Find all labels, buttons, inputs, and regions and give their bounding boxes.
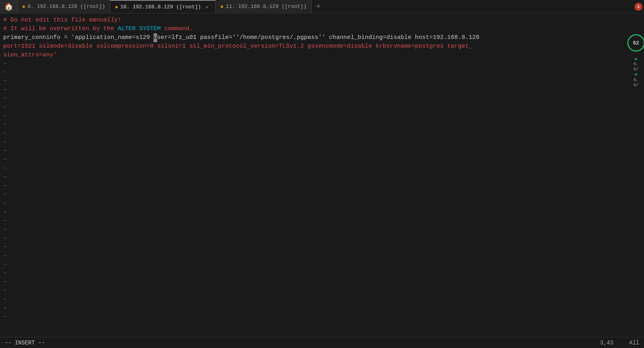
line-text-3b: ser=lfz_u01 passfile=''/home/postgres/.p… — [157, 33, 479, 42]
editor-area[interactable]: # Do not edit this file manually! # It w… — [0, 14, 644, 337]
network-down-value: 0. — [634, 78, 638, 82]
tilde-line-14: ~ — [0, 130, 644, 138]
tilde-line-10: ~ — [0, 95, 644, 103]
network-up-arrow: ▲ — [635, 56, 638, 61]
tilde-line-6: ~ — [0, 60, 644, 68]
network-up-value: 0. — [634, 62, 638, 66]
tab-icon-1: ◆ — [22, 4, 25, 10]
tilde-line-11: ~ — [0, 103, 644, 112]
tilde-line-25: ~ — [0, 226, 644, 234]
tab-icon-3: ◆ — [220, 4, 223, 10]
tab-close-button[interactable]: ✕ — [203, 4, 210, 11]
tilde-line-29: ~ — [0, 261, 644, 269]
cursor: u — [154, 33, 157, 42]
tilde-line-28: ~ — [0, 252, 644, 261]
tab-icon-2: ◆ — [115, 4, 118, 10]
line-text-2: # It will be overwritten by the ALTER SY… — [3, 25, 193, 33]
tilde-line-19: ~ — [0, 173, 644, 182]
tab-bar-widgets: 1 — [634, 0, 644, 14]
add-tab-button[interactable]: + — [311, 0, 325, 13]
tilde-line-24: ~ — [0, 217, 644, 226]
tilde-line-31: ~ — [0, 278, 644, 287]
notification-badge: 1 — [634, 3, 642, 11]
tilde-line-30: ~ — [0, 269, 644, 278]
right-panel: 62 ▲ 0. K/ ▼ 0. K/ — [628, 27, 644, 337]
editor-line-1: # Do not edit this file manually! — [0, 16, 644, 25]
tilde-line-23: ~ — [0, 208, 644, 217]
tab-label-2: 10. 192.168.8.129 ([root]) — [121, 4, 201, 10]
tilde-line-8: ~ — [0, 77, 644, 86]
plus-icon: + — [316, 3, 321, 11]
tilde-line-16: ~ — [0, 147, 644, 156]
tilde-line-27: ~ — [0, 243, 644, 252]
line-text-4: port=1521 sslmode=disable sslcompression… — [3, 42, 472, 51]
editor-line-2: # It will be overwritten by the ALTER SY… — [0, 25, 644, 33]
tab-bar: 🏠 ◆ 8. 192.168.8.128 ([root]) ◆ 10. 192.… — [0, 0, 644, 14]
editor-line-5: sion_attrs=any' — [0, 51, 644, 60]
tilde-line-7: ~ — [0, 68, 644, 77]
tilde-line-17: ~ — [0, 156, 644, 164]
network-down-arrow: ▼ — [635, 72, 638, 77]
tab-label-3: 11. 192.168.8.129 ([root]) — [226, 4, 307, 10]
status-right: 3,43 All — [600, 340, 639, 346]
line-text-5: sion_attrs=any' — [3, 51, 57, 60]
tab-session-8[interactable]: ◆ 8. 192.168.8.128 ([root]) — [18, 0, 110, 13]
tilde-line-12: ~ — [0, 112, 644, 121]
cpu-badge: 62 — [627, 34, 644, 52]
home-tab[interactable]: 🏠 — [0, 0, 18, 13]
tilde-line-34: ~ — [0, 304, 644, 313]
tab-session-10[interactable]: ◆ 10. 192.168.8.129 ([root]) ✕ — [110, 0, 216, 13]
tilde-line-22: ~ — [0, 199, 644, 208]
cursor-position: 3,43 — [600, 340, 613, 346]
tilde-line-18: ~ — [0, 164, 644, 173]
editor-line-4: port=1521 sslmode=disable sslcompression… — [0, 42, 644, 51]
home-icon: 🏠 — [4, 2, 13, 11]
tilde-line-35: ~ — [0, 313, 644, 322]
network-up-unit: K/ — [634, 67, 638, 72]
tilde-line-9: ~ — [0, 86, 644, 95]
tilde-line-15: ~ — [0, 138, 644, 147]
tilde-line-21: ~ — [0, 191, 644, 199]
tab-label-1: 8. 192.168.8.128 ([root]) — [27, 4, 105, 10]
tab-session-11[interactable]: ◆ 11. 192.168.8.129 ([root]) — [216, 0, 311, 13]
network-down-unit: K/ — [634, 83, 638, 87]
network-widget: ▲ 0. K/ ▼ 0. K/ — [634, 56, 638, 87]
tilde-line-20: ~ — [0, 182, 644, 191]
tilde-line-33: ~ — [0, 296, 644, 304]
editor-line-3: primary_conninfo = 'application_name=s12… — [0, 33, 644, 42]
line-text-3a: primary_conninfo = 'application_name=s12… — [3, 33, 154, 42]
scroll-position: All — [629, 340, 639, 346]
tilde-line-26: ~ — [0, 234, 644, 243]
tilde-line-32: ~ — [0, 287, 644, 296]
editor-mode: -- INSERT -- — [5, 340, 45, 346]
status-bar: -- INSERT -- 3,43 All — [0, 337, 644, 348]
line-text-1: # Do not edit this file manually! — [3, 16, 121, 25]
tilde-line-13: ~ — [0, 121, 644, 130]
